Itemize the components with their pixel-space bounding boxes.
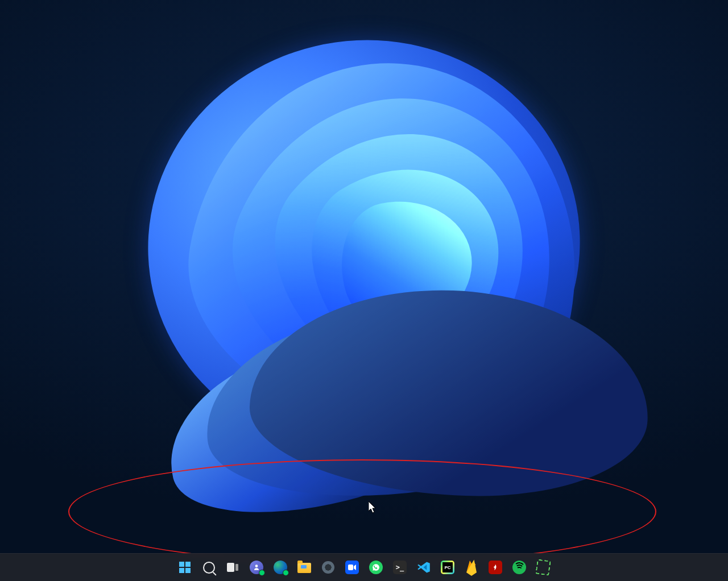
settings-button[interactable] — [317, 556, 340, 579]
terminal-button[interactable]: >_ — [388, 556, 411, 579]
whatsapp-icon — [369, 561, 383, 574]
pycharm-button[interactable]: PC — [436, 556, 459, 579]
acrobat-button[interactable] — [484, 556, 507, 579]
firebase-icon — [465, 561, 478, 574]
svg-rect-1 — [348, 565, 353, 570]
folder-icon — [297, 561, 311, 574]
app-button[interactable] — [532, 556, 555, 579]
pycharm-icon: PC — [441, 561, 454, 574]
task-view-icon — [226, 561, 239, 574]
windows-logo-icon — [178, 561, 192, 574]
gear-icon — [321, 561, 335, 574]
vscode-icon — [417, 561, 431, 574]
spotify-button[interactable] — [508, 556, 531, 579]
taskbar: >_ PC — [0, 553, 728, 581]
svg-point-0 — [255, 565, 258, 567]
adobe-acrobat-icon — [489, 561, 502, 574]
edge-button[interactable] — [269, 556, 292, 579]
zoom-button[interactable] — [341, 556, 363, 579]
terminal-icon: >_ — [393, 561, 407, 574]
search-icon — [202, 561, 216, 574]
file-explorer-button[interactable] — [293, 556, 316, 579]
desktop-wallpaper — [0, 0, 728, 581]
start-button[interactable] — [173, 556, 196, 579]
whatsapp-button[interactable] — [365, 556, 387, 579]
status-available-icon — [283, 570, 289, 576]
green-outline-icon — [536, 561, 550, 574]
spotify-icon — [512, 561, 526, 574]
status-available-icon — [259, 570, 265, 576]
task-view-button[interactable] — [221, 556, 244, 579]
search-button[interactable] — [197, 556, 220, 579]
zoom-icon — [345, 561, 359, 574]
teams-button[interactable] — [245, 556, 268, 579]
firebase-button[interactable] — [460, 556, 483, 579]
vscode-button[interactable] — [412, 556, 435, 579]
